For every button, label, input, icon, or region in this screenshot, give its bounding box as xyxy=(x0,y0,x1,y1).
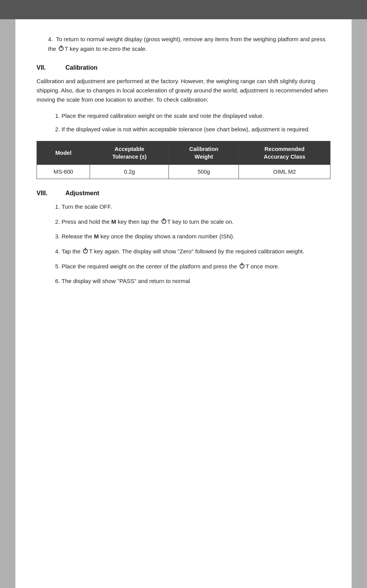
list-item: The display will show "PASS" and return … xyxy=(62,276,330,286)
list-item: Tap the T key again. The display will sh… xyxy=(62,246,330,256)
table-cell-tolerance: 0.2g xyxy=(90,165,169,179)
top-bar xyxy=(0,0,367,19)
item-4-text: 4. To return to normal weight display (g… xyxy=(48,35,330,54)
list-item: Place the required weight on the center … xyxy=(62,261,330,271)
m-key-bold: M xyxy=(111,218,116,225)
power-icon-1 xyxy=(58,45,65,54)
table-header-row: Model AcceptableTolerance (±) Calibratio… xyxy=(37,141,330,165)
calibration-table: Model AcceptableTolerance (±) Calibratio… xyxy=(37,141,330,179)
table-header-cal-weight: CalibrationWeight xyxy=(169,141,239,165)
step-1-text: Turn the scale OFF. xyxy=(62,203,112,210)
list-item: Turn the scale OFF. xyxy=(62,202,330,211)
list-item: Place the required calibration weight on… xyxy=(62,111,330,120)
calibration-table-container: Model AcceptableTolerance (±) Calibratio… xyxy=(37,141,330,179)
list-item: If the displayed value is not within acc… xyxy=(62,125,330,134)
table-header-model: Model xyxy=(37,141,90,165)
section-viii-heading: VIII. Adjustment xyxy=(37,190,330,197)
m-key-bold-2: M xyxy=(94,233,99,240)
section-viii-steps: Turn the scale OFF. Press and hold the M… xyxy=(62,202,330,286)
list-item: Press and hold the M key then tap the T … xyxy=(62,217,330,226)
table-cell-cal-weight: 500g xyxy=(169,165,239,179)
power-icon-3 xyxy=(82,247,89,257)
table-header-accuracy: RecommendedAccuracy Class xyxy=(239,141,330,165)
page-container: 4. To return to normal weight display (g… xyxy=(15,19,352,588)
power-icon-2 xyxy=(160,218,167,227)
section-vii-heading: VII. Calibration xyxy=(37,64,330,71)
section-vii-number: VII. xyxy=(37,64,58,71)
table-cell-accuracy: OIML M2 xyxy=(239,165,330,179)
list-item: Release the M key once the display shows… xyxy=(62,232,330,241)
power-icon-4 xyxy=(239,262,245,272)
section-vii-steps: Place the required calibration weight on… xyxy=(62,111,330,134)
section-vii-body: Calibration and adjustment are performed… xyxy=(37,77,330,104)
item-4: 4. To return to normal weight display (g… xyxy=(48,35,330,54)
table-cell-model: MS-600 xyxy=(37,165,90,179)
section-viii-number: VIII. xyxy=(37,190,58,197)
step-6-text: The display will show "PASS" and return … xyxy=(62,278,190,284)
section-vii-title: Calibration xyxy=(65,64,98,71)
table-header-tolerance: AcceptableTolerance (±) xyxy=(90,141,169,165)
table-row: MS-600 0.2g 500g OIML M2 xyxy=(37,165,330,179)
section-viii-title: Adjustment xyxy=(65,190,99,197)
